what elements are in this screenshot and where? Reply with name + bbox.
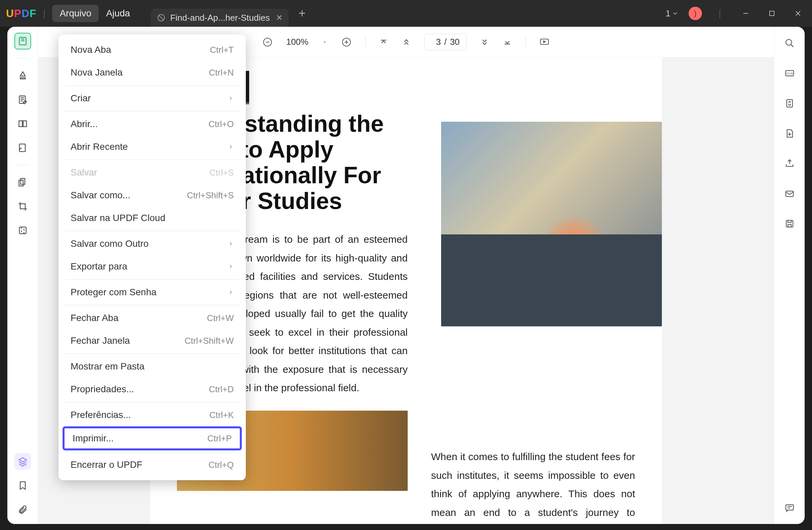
svg-text:OCR: OCR <box>786 72 793 75</box>
divider: | <box>43 8 45 19</box>
share-icon[interactable] <box>781 155 798 172</box>
zoom-in-button[interactable] <box>341 37 352 47</box>
menu-open[interactable]: Abrir... Ctrl+O <box>59 113 246 135</box>
right-sidebar: OCR <box>774 27 804 524</box>
bookmark-tool[interactable] <box>14 477 31 494</box>
title-bar: UPDF | Arquivo Ajuda Find-and-Ap...her-S… <box>0 0 812 27</box>
menu-save-other[interactable]: Salvar como Outro <box>59 232 246 255</box>
layers-tool[interactable] <box>14 453 31 470</box>
menu-preferences[interactable]: Preferências... Ctrl+K <box>59 403 246 426</box>
search-icon[interactable] <box>781 35 798 51</box>
svg-rect-4 <box>19 121 22 127</box>
menu-save-cloud[interactable]: Salvar na UPDF Cloud <box>59 207 246 230</box>
pages-tool[interactable] <box>14 115 31 132</box>
menu-file[interactable]: Arquivo <box>52 5 99 22</box>
file-menu-dropdown: Nova Aba Ctrl+T Nova Janela Ctrl+N Criar… <box>59 34 246 480</box>
tab-file-icon <box>157 13 165 22</box>
close-button[interactable] <box>790 10 806 17</box>
chevron-right-icon <box>228 287 234 298</box>
menu-open-recent[interactable]: Abrir Recente <box>59 135 246 158</box>
attachment-tool[interactable] <box>14 501 31 518</box>
menu-help[interactable]: Ajuda <box>99 5 137 22</box>
app-logo: UPDF <box>6 8 37 20</box>
menu-close-tab[interactable]: Fechar Aba Ctrl+W <box>59 307 246 329</box>
form-tool[interactable] <box>14 139 31 156</box>
maximize-button[interactable] <box>764 10 780 17</box>
menu-export[interactable]: Exportar para <box>59 255 246 278</box>
tab-title: Find-and-Ap...her-Studies <box>170 13 270 23</box>
menu-save-as[interactable]: Salvar como... Ctrl+Shift+S <box>59 184 246 207</box>
mail-icon[interactable] <box>781 185 798 202</box>
copy-tool[interactable] <box>14 174 31 191</box>
chevron-right-icon <box>228 261 234 272</box>
zoom-out-button[interactable] <box>262 37 273 47</box>
minimize-button[interactable] <box>738 10 754 17</box>
document-image-1 <box>441 122 662 326</box>
menu-print[interactable]: Imprimir... Ctrl+P <box>62 426 242 451</box>
export-file-icon[interactable] <box>781 125 798 142</box>
svg-rect-18 <box>786 220 793 227</box>
left-sidebar <box>8 27 38 524</box>
menu-save: Salvar Ctrl+S <box>59 161 246 184</box>
document-paragraph-right: When it comes to fulfilling the student … <box>431 447 635 524</box>
next-page-button[interactable] <box>480 38 489 47</box>
last-page-button[interactable] <box>503 38 512 47</box>
first-page-button[interactable] <box>379 38 388 47</box>
chevron-right-icon <box>228 142 234 152</box>
convert-icon[interactable] <box>781 95 798 112</box>
page-indicator[interactable]: 3 / 30 <box>424 34 466 50</box>
svg-rect-17 <box>786 191 793 196</box>
add-tab-button[interactable]: + <box>299 6 306 20</box>
user-avatar[interactable]: ) <box>688 7 702 20</box>
highlight-tool[interactable] <box>14 67 31 84</box>
comments-icon[interactable] <box>781 499 798 516</box>
menu-protect[interactable]: Proteger com Senha <box>59 281 246 304</box>
reader-tool[interactable] <box>14 33 31 49</box>
page-current: 3 <box>431 37 441 47</box>
svg-rect-1 <box>770 11 774 15</box>
window-count[interactable]: 1 <box>666 9 678 19</box>
menu-show-folder[interactable]: Mostrar em Pasta <box>59 355 246 378</box>
save-icon[interactable] <box>781 215 798 232</box>
crop-tool[interactable] <box>14 198 31 215</box>
svg-rect-6 <box>19 144 25 152</box>
menu-close-window[interactable]: Fechar Janela Ctrl+Shift+W <box>59 329 246 352</box>
divider: | <box>719 8 721 19</box>
svg-rect-19 <box>786 504 793 510</box>
menu-new-window[interactable]: Nova Janela Ctrl+N <box>59 61 246 84</box>
menu-quit[interactable]: Encerrar o UPDF Ctrl+Q <box>59 453 246 476</box>
chevron-right-icon <box>228 238 234 249</box>
tab-close-icon[interactable]: ✕ <box>276 13 282 23</box>
presentation-button[interactable] <box>539 37 550 47</box>
document-tab[interactable]: Find-and-Ap...her-Studies ✕ <box>151 9 289 27</box>
compress-tool[interactable] <box>14 222 31 239</box>
svg-point-13 <box>786 40 792 45</box>
chevron-down-icon <box>672 10 679 17</box>
ocr-icon[interactable]: OCR <box>781 65 798 82</box>
page-total: 30 <box>450 37 460 47</box>
menu-properties[interactable]: Propriedades... Ctrl+D <box>59 378 246 401</box>
zoom-level: 100% <box>286 37 309 47</box>
zoom-dropdown[interactable] <box>322 39 328 45</box>
chevron-right-icon <box>228 93 234 104</box>
svg-rect-9 <box>19 227 26 234</box>
svg-rect-5 <box>23 121 26 127</box>
edit-tool[interactable] <box>14 91 31 108</box>
menu-new-tab[interactable]: Nova Aba Ctrl+T <box>59 39 246 61</box>
prev-page-button[interactable] <box>402 38 411 47</box>
menu-create[interactable]: Criar <box>59 87 246 110</box>
